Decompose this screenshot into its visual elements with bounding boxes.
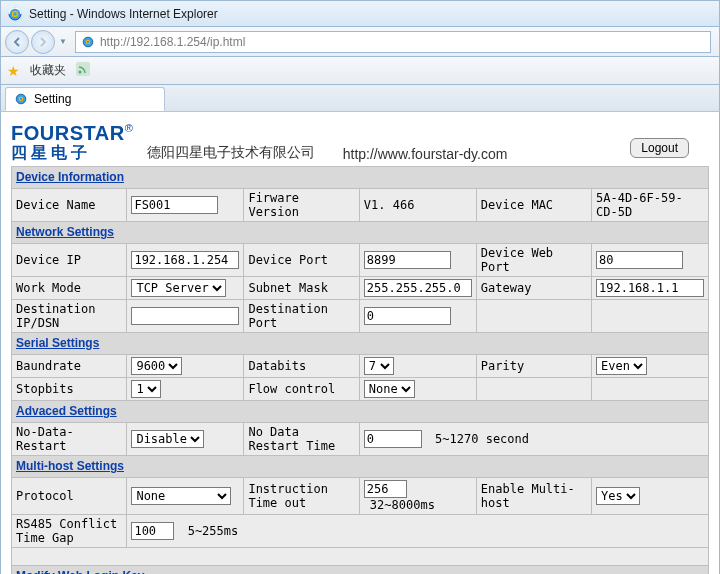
label-dest-port: Destination Port xyxy=(244,299,359,332)
label-stopbits: Stopbits xyxy=(12,377,127,400)
label-work-mode: Work Mode xyxy=(12,276,127,299)
work-mode-select[interactable]: TCP Server xyxy=(131,279,226,297)
ie-page-icon xyxy=(80,34,96,50)
tab-setting[interactable]: Setting xyxy=(5,87,165,111)
company-name: 德阳四星电子技术有限公司 xyxy=(147,144,315,162)
value-firmware-version: V1. 466 xyxy=(359,188,476,221)
brand-header: FOURSTAR® 四星电子 德阳四星电子技术有限公司 http://www.f… xyxy=(11,122,709,162)
label-dest-ip: Destination IP/DSN xyxy=(12,299,127,332)
stopbits-select[interactable]: 1 xyxy=(131,380,161,398)
favorites-bar: ★ 收藏夹 xyxy=(0,56,720,84)
flow-select[interactable]: None xyxy=(364,380,415,398)
rs485-hint: 5~255ms xyxy=(188,524,239,538)
label-instruction-timeout: Instruction Time out xyxy=(244,477,359,514)
databits-select[interactable]: 7 xyxy=(364,357,394,375)
instruction-hint: 32~8000ms xyxy=(370,498,435,512)
window-title: Setting - Windows Internet Explorer xyxy=(29,7,218,21)
device-web-port-input[interactable] xyxy=(596,251,683,269)
device-port-input[interactable] xyxy=(364,251,451,269)
company-url: http://www.fourstar-dy.com xyxy=(343,146,508,162)
svg-point-5 xyxy=(79,71,82,74)
label-gateway: Gateway xyxy=(476,276,591,299)
registered-icon: ® xyxy=(125,122,133,134)
label-subnet-mask: Subnet Mask xyxy=(244,276,359,299)
section-serial: Serial Settings xyxy=(12,332,709,354)
protocol-select[interactable]: None xyxy=(131,487,231,505)
parity-select[interactable]: Even xyxy=(596,357,647,375)
blank-row xyxy=(12,547,709,565)
brand-name: FOURSTAR xyxy=(11,122,125,144)
rs485-gap-input[interactable] xyxy=(131,522,174,540)
section-network: Network Settings xyxy=(12,221,709,243)
label-device-port: Device Port xyxy=(244,243,359,276)
label-device-web-port: Device Web Port xyxy=(476,243,591,276)
gateway-input[interactable] xyxy=(596,279,704,297)
favorites-label[interactable]: 收藏夹 xyxy=(30,62,66,79)
device-name-input[interactable] xyxy=(131,196,218,214)
section-device-info: Device Information xyxy=(12,166,709,188)
device-ip-input[interactable] xyxy=(131,251,239,269)
url-text: http://192.168.1.254/ip.html xyxy=(100,35,706,49)
enable-multi-select[interactable]: Yes xyxy=(596,487,640,505)
tab-strip: Setting xyxy=(0,84,720,112)
label-parity: Parity xyxy=(476,354,591,377)
section-multihost: Multi-host Settings xyxy=(12,455,709,477)
label-databits: Databits xyxy=(244,354,359,377)
svg-point-2 xyxy=(83,37,93,47)
dest-ip-input[interactable] xyxy=(131,307,239,325)
feed-icon[interactable] xyxy=(76,62,90,79)
brand-name-cn: 四星电子 xyxy=(11,144,133,162)
no-data-time-input[interactable] xyxy=(364,430,422,448)
navigation-bar: ▼ http://192.168.1.254/ip.html xyxy=(0,26,720,56)
label-baudrate: Baundrate xyxy=(12,354,127,377)
ie-icon xyxy=(7,6,23,22)
brand-logo: FOURSTAR® 四星电子 xyxy=(11,122,133,162)
label-flow: Flow control xyxy=(244,377,359,400)
page-content: FOURSTAR® 四星电子 德阳四星电子技术有限公司 http://www.f… xyxy=(0,112,720,574)
baudrate-select[interactable]: 9600 xyxy=(131,357,182,375)
label-device-mac: Device MAC xyxy=(476,188,591,221)
star-icon[interactable]: ★ xyxy=(7,63,20,79)
window-titlebar: Setting - Windows Internet Explorer xyxy=(0,0,720,26)
back-button[interactable] xyxy=(5,30,29,54)
label-protocol: Protocol xyxy=(12,477,127,514)
section-modify-key: Modify Web Login Key xyxy=(12,565,709,574)
forward-button[interactable] xyxy=(31,30,55,54)
label-firmware-version: Firware Version xyxy=(244,188,359,221)
no-data-hint: 5~1270 second xyxy=(435,432,529,446)
subnet-mask-input[interactable] xyxy=(364,279,472,297)
label-device-name: Device Name xyxy=(12,188,127,221)
label-no-data-time: No Data Restart Time xyxy=(244,422,359,455)
label-no-data-restart: No-Data-Restart xyxy=(12,422,127,455)
value-device-mac: 5A-4D-6F-59-CD-5D xyxy=(591,188,708,221)
no-data-restart-select[interactable]: Disable xyxy=(131,430,204,448)
label-rs485-gap: RS485 Conflict Time Gap xyxy=(12,514,127,547)
dropdown-arrow-icon[interactable]: ▼ xyxy=(59,37,67,46)
dest-port-input[interactable] xyxy=(364,307,451,325)
svg-point-6 xyxy=(16,94,26,104)
label-device-ip: Device IP xyxy=(12,243,127,276)
section-advanced: Advaced Settings xyxy=(12,400,709,422)
address-bar[interactable]: http://192.168.1.254/ip.html xyxy=(75,31,711,53)
tab-label: Setting xyxy=(34,92,71,106)
logout-button[interactable]: Logout xyxy=(630,138,689,158)
label-enable-multi: Enable Multi-host xyxy=(476,477,591,514)
settings-table: Device Information Device Name Firware V… xyxy=(11,166,709,574)
instruction-timeout-input[interactable] xyxy=(364,480,407,498)
ie-tab-icon xyxy=(14,92,28,106)
